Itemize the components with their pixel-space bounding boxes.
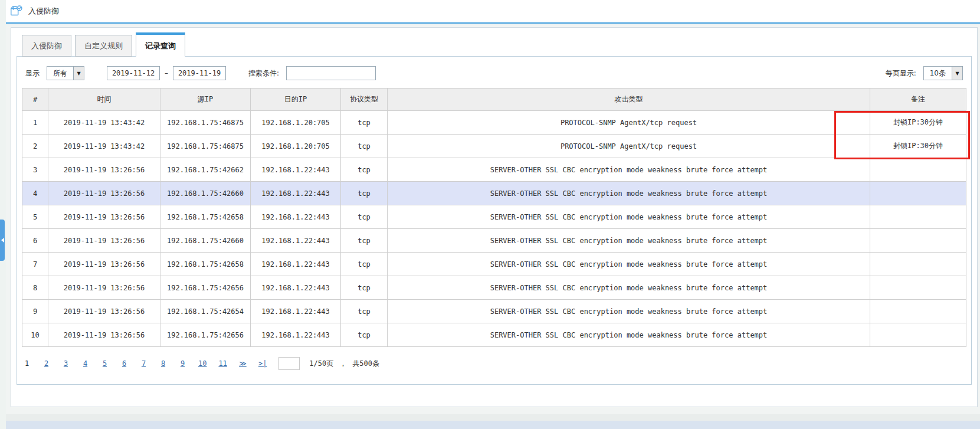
cell-index: 8 xyxy=(22,276,48,300)
cell-index: 10 xyxy=(22,323,48,347)
footer-status-strip xyxy=(0,421,980,429)
page-link[interactable]: 2 xyxy=(42,359,50,368)
table-row[interactable]: 1 2019-11-19 13:43:42 192.168.1.75:46875… xyxy=(22,111,966,135)
filter-bar: 显示 所有 ▼ – 搜索条件: 每页显示: 10条 xyxy=(21,63,968,83)
cell-note xyxy=(870,300,966,323)
table-header-row: # 时间 源IP 目的IP 协议类型 攻击类型 备注 xyxy=(22,89,966,111)
sidebar-collapse-handle[interactable] xyxy=(0,220,5,261)
display-filter-select[interactable]: 所有 ▼ xyxy=(47,66,84,80)
search-input[interactable] xyxy=(286,66,376,80)
page-jump-input[interactable] xyxy=(278,357,300,370)
page-info: 1/50页 xyxy=(309,359,333,369)
cell-attack-type: SERVER-OTHER SSL CBC encryption mode wea… xyxy=(388,323,870,347)
main-panel: 入侵防御 自定义规则 记录查询 显示 所有 ▼ – xyxy=(11,27,978,407)
date-range-separator: – xyxy=(165,69,168,77)
page-size-select[interactable]: 10条 ▼ xyxy=(923,66,963,80)
cell-dest-ip: 192.168.1.22:443 xyxy=(251,253,341,276)
chevron-down-icon: ▼ xyxy=(73,67,84,80)
table-row[interactable]: 2 2019-11-19 13:43:42 192.168.1.75:46875… xyxy=(22,135,966,158)
cell-attack-type: SERVER-OTHER SSL CBC encryption mode wea… xyxy=(388,276,870,300)
table-row[interactable]: 9 2019-11-19 13:26:56 192.168.1.75:42654… xyxy=(22,300,966,323)
cell-source-ip: 192.168.1.75:46875 xyxy=(160,111,251,135)
page: 入侵防御 入侵防御 自定义规则 记录查询 显示 所有 ▼ xyxy=(0,0,980,429)
table-row[interactable]: 6 2019-11-19 13:26:56 192.168.1.75:42660… xyxy=(22,229,966,253)
chevron-left-icon xyxy=(1,238,4,243)
table-row[interactable]: 3 2019-11-19 13:26:56 192.168.1.75:42662… xyxy=(22,158,966,182)
cell-dest-ip: 192.168.1.22:443 xyxy=(251,205,341,229)
table-row[interactable]: 7 2019-11-19 13:26:56 192.168.1.75:42658… xyxy=(22,253,966,276)
page-link[interactable]: 5 xyxy=(101,359,109,368)
page-link[interactable]: 6 xyxy=(120,359,128,368)
cell-index: 4 xyxy=(22,182,48,205)
cell-source-ip: 192.168.1.75:42660 xyxy=(160,182,251,205)
page-link[interactable]: 7 xyxy=(140,359,148,368)
cell-note xyxy=(870,253,966,276)
cell-protocol: tcp xyxy=(341,158,388,182)
cell-time: 2019-11-19 13:26:56 xyxy=(48,276,160,300)
cell-dest-ip: 192.168.1.22:443 xyxy=(251,229,341,253)
chevron-down-icon: ▼ xyxy=(952,67,962,80)
page-link[interactable]: 4 xyxy=(81,359,89,368)
cell-index: 1 xyxy=(22,111,48,135)
col-header-index: # xyxy=(22,89,48,111)
display-label: 显示 xyxy=(25,68,40,78)
cell-source-ip: 192.168.1.75:42656 xyxy=(160,323,251,347)
cell-index: 5 xyxy=(22,205,48,229)
cell-time: 2019-11-19 13:43:42 xyxy=(48,111,160,135)
cell-protocol: tcp xyxy=(341,323,388,347)
page-link[interactable]: 11 xyxy=(218,359,227,368)
page-link[interactable]: 8 xyxy=(159,359,167,368)
cell-time: 2019-11-19 13:26:56 xyxy=(48,205,160,229)
cell-protocol: tcp xyxy=(341,182,388,205)
records-table: # 时间 源IP 目的IP 协议类型 攻击类型 备注 1 xyxy=(22,88,966,347)
record-query-panel: 显示 所有 ▼ – 搜索条件: 每页显示: 10条 xyxy=(17,56,972,385)
cell-protocol: tcp xyxy=(341,276,388,300)
table-row[interactable]: 10 2019-11-19 13:26:56 192.168.1.75:4265… xyxy=(22,323,966,347)
date-from-input[interactable] xyxy=(107,66,160,80)
cell-source-ip: 192.168.1.75:42660 xyxy=(160,229,251,253)
page-title: 入侵防御 xyxy=(28,6,59,17)
total-count: 共500条 xyxy=(352,359,379,369)
page-link[interactable]: 9 xyxy=(179,359,186,368)
cell-protocol: tcp xyxy=(341,111,388,135)
cell-attack-type: PROTOCOL-SNMP AgentX/tcp request xyxy=(388,111,870,135)
cell-protocol: tcp xyxy=(341,205,388,229)
tab-record-query[interactable]: 记录查询 xyxy=(136,32,185,57)
tab-intrusion-prevention[interactable]: 入侵防御 xyxy=(22,35,71,57)
cell-note xyxy=(870,205,966,229)
top-bar: 入侵防御 xyxy=(6,0,980,24)
cell-index: 9 xyxy=(22,300,48,323)
cell-source-ip: 192.168.1.75:42654 xyxy=(160,300,251,323)
cell-time: 2019-11-19 13:26:56 xyxy=(48,182,160,205)
cell-attack-type: SERVER-OTHER SSL CBC encryption mode wea… xyxy=(388,253,870,276)
cell-protocol: tcp xyxy=(341,300,388,323)
cell-protocol: tcp xyxy=(341,253,388,276)
last-page-button[interactable]: >| xyxy=(258,359,267,368)
cell-note: 封锁IP:30分钟 xyxy=(870,135,966,158)
cell-attack-type: SERVER-OTHER SSL CBC encryption mode wea… xyxy=(388,300,870,323)
cell-dest-ip: 192.168.1.20:705 xyxy=(251,111,341,135)
cell-attack-type: SERVER-OTHER SSL CBC encryption mode wea… xyxy=(388,229,870,253)
tab-custom-rules[interactable]: 自定义规则 xyxy=(75,35,132,57)
page-link[interactable]: 10 xyxy=(198,359,207,368)
cell-dest-ip: 192.168.1.22:443 xyxy=(251,300,341,323)
cell-note xyxy=(870,323,966,347)
cell-source-ip: 192.168.1.75:42658 xyxy=(160,253,251,276)
cell-attack-type: SERVER-OTHER SSL CBC encryption mode wea… xyxy=(388,182,870,205)
cell-source-ip: 192.168.1.75:42658 xyxy=(160,205,251,229)
cell-time: 2019-11-19 13:26:56 xyxy=(48,323,160,347)
page-link[interactable]: 3 xyxy=(62,359,70,368)
left-gutter xyxy=(0,0,6,429)
table-row[interactable]: 5 2019-11-19 13:26:56 192.168.1.75:42658… xyxy=(22,205,966,229)
cell-note xyxy=(870,276,966,300)
cell-note xyxy=(870,182,966,205)
table-row-selected[interactable]: 4 2019-11-19 13:26:56 192.168.1.75:42660… xyxy=(22,182,966,205)
date-to-input[interactable] xyxy=(173,66,226,80)
cell-source-ip: 192.168.1.75:46875 xyxy=(160,135,251,158)
next-pages-button[interactable]: ≫ xyxy=(239,359,247,368)
cell-note xyxy=(870,229,966,253)
cell-dest-ip: 192.168.1.22:443 xyxy=(251,276,341,300)
cell-index: 7 xyxy=(22,253,48,276)
search-label: 搜索条件: xyxy=(248,68,279,78)
table-row[interactable]: 8 2019-11-19 13:26:56 192.168.1.75:42656… xyxy=(22,276,966,300)
